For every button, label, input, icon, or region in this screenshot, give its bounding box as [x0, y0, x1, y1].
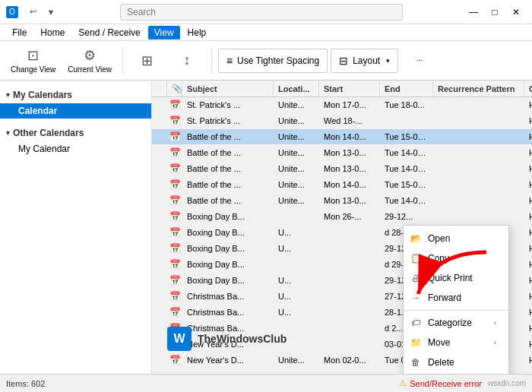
- calendar-item[interactable]: Calendar: [0, 103, 151, 119]
- table-row[interactable]: 📅 Battle of the ... Unite... Mon 13-0...…: [152, 145, 532, 161]
- td-check: [152, 342, 167, 346]
- minimize-button[interactable]: —: [464, 4, 483, 21]
- th-recurrence[interactable]: Recurrence Pattern: [433, 81, 524, 96]
- table-row[interactable]: 📅 Battle of the ... Unite... Mon 14-0...…: [152, 129, 532, 145]
- th-check[interactable]: [152, 81, 167, 96]
- menu-file[interactable]: File: [6, 26, 33, 40]
- layout-button[interactable]: ⊟ Layout ▾: [331, 49, 398, 73]
- arrangement-button[interactable]: ⊞: [129, 44, 166, 77]
- td-subject: Boxing Day B...: [182, 210, 274, 223]
- menu-send-receive[interactable]: Send / Receive: [72, 26, 146, 40]
- status-error: ⚠ Send/Receive error: [399, 378, 482, 388]
- td-categories: Holiday: [524, 337, 532, 351]
- menu-view[interactable]: View: [148, 26, 180, 40]
- watermark-logo: W: [167, 327, 192, 351]
- ctx-item-forward[interactable]: → Forward: [404, 288, 508, 308]
- watermark: W TheWindowsClub: [167, 327, 287, 351]
- td-subject: New Year's D...: [182, 353, 274, 367]
- td-subject: Battle of the ...: [182, 146, 274, 160]
- ctx-item-copy[interactable]: 📋 Copy: [404, 248, 508, 268]
- ribbon-separator-2: [211, 47, 212, 74]
- table-row[interactable]: 📅 Battle of the ... Unite... Mon 13-0...…: [152, 193, 532, 209]
- title-bar-left: O ↩ ▼: [6, 4, 59, 21]
- table-row[interactable]: 📅 Battle of the ... Unite... Mon 14-0...…: [152, 177, 532, 193]
- th-location[interactable]: Locati...: [274, 81, 319, 96]
- ctx-label-delete: Delete: [428, 357, 454, 368]
- ctx-item-categorize[interactable]: 🏷 Categorize ›: [404, 313, 508, 333]
- td-recurrence: [433, 150, 524, 155]
- ctx-item-open[interactable]: 📂 Open: [404, 229, 508, 248]
- my-calendars-section: ▾ My Calendars Calendar: [0, 84, 151, 122]
- qa-dropdown-button[interactable]: ▼: [43, 4, 59, 21]
- change-view-button[interactable]: ⊡ Change View: [6, 44, 60, 77]
- search-bar[interactable]: [120, 4, 403, 21]
- td-categories: Holiday: [524, 242, 532, 255]
- outlook-icon: O: [6, 6, 18, 18]
- td-location: Unite...: [274, 353, 319, 367]
- ctx-label-copy: Copy: [428, 253, 449, 264]
- ctx-item-quick print[interactable]: 🖨 Quick Print: [404, 268, 508, 288]
- td-end: Tue 14-07...: [380, 146, 433, 160]
- ctx-item-move[interactable]: 📁 Move ›: [404, 333, 508, 352]
- change-view-icon: ⊡: [27, 47, 39, 64]
- menu-help[interactable]: Help: [182, 26, 213, 40]
- td-location: Unite...: [274, 162, 319, 175]
- search-input[interactable]: [120, 4, 403, 21]
- th-end[interactable]: End: [380, 81, 433, 96]
- use-tighter-spacing-button[interactable]: ≡ Use Tighter Spacing: [218, 49, 328, 73]
- my-calendar-item[interactable]: My Calendar: [0, 141, 151, 156]
- td-subject: Battle of the ...: [182, 178, 274, 191]
- td-recurrence: [433, 214, 524, 219]
- td-start: Mon 14-0...: [319, 178, 380, 191]
- th-subject[interactable]: Subject: [182, 81, 274, 96]
- td-check: [152, 294, 167, 299]
- td-location: Unite...: [274, 130, 319, 144]
- td-subject: Christmas Ba...: [182, 305, 274, 319]
- td-subject: St. Patrick's ...: [182, 114, 274, 128]
- ctx-label-open: Open: [428, 233, 450, 244]
- sort-button[interactable]: ↕: [169, 44, 205, 77]
- use-tighter-spacing-label: Use Tighter Spacing: [237, 55, 319, 66]
- td-check: [152, 103, 167, 107]
- td-check: [152, 246, 167, 251]
- menu-home[interactable]: Home: [34, 26, 71, 40]
- td-subject: Boxing Day B...: [182, 226, 274, 239]
- td-recurrence: [433, 134, 524, 139]
- td-icon: 📅: [167, 129, 182, 144]
- status-bar: Items: 602 ⚠ Send/Receive error wsxdn.co…: [0, 374, 532, 392]
- td-categories: Holiday: [524, 321, 532, 335]
- calendar-label: Calendar: [18, 106, 57, 116]
- other-calendars-header[interactable]: ▾ Other Calendars: [0, 125, 151, 141]
- td-start: Mon 13-0...: [319, 162, 380, 175]
- other-calendars-label: Other Calendars: [13, 128, 84, 138]
- table-row[interactable]: 📅 St. Patrick's ... Unite... Wed 18-... …: [152, 113, 532, 129]
- th-categories[interactable]: Categories ▲: [524, 81, 532, 96]
- td-categories: Holiday: [524, 305, 532, 319]
- td-categories: Holiday: [524, 98, 532, 112]
- close-button[interactable]: ✕: [506, 4, 526, 21]
- my-calendars-header[interactable]: ▾ My Calendars: [0, 87, 151, 103]
- current-view-button[interactable]: ⚙ Current View: [63, 44, 116, 77]
- th-start[interactable]: Start: [319, 81, 380, 96]
- table-row[interactable]: 📅 Boxing Day B... Mon 26-... 29-12... Ho…: [152, 209, 532, 225]
- error-text: Send/Receive error: [410, 379, 482, 388]
- td-check: [152, 326, 167, 330]
- td-end: Tue 15-07...: [380, 130, 433, 144]
- td-categories: Holiday: [524, 258, 532, 271]
- td-start: Mon 26-...: [319, 210, 380, 223]
- td-start: [319, 246, 380, 251]
- th-attach[interactable]: 📎: [167, 81, 182, 96]
- more-icon: ···: [416, 56, 423, 65]
- other-calendars-chevron: ▾: [6, 129, 10, 137]
- table-row[interactable]: 📅 Battle of the ... Unite... Mon 13-0...…: [152, 161, 532, 177]
- undo-button[interactable]: ↩: [24, 4, 41, 21]
- td-end: Tue 18-0...: [380, 98, 433, 112]
- td-icon: 📅: [167, 209, 182, 224]
- ctx-item-delete[interactable]: 🗑 Delete: [404, 352, 508, 372]
- td-subject: Boxing Day B...: [182, 273, 274, 287]
- table-row[interactable]: 📅 St. Patrick's ... Unite... Mon 17-0...…: [152, 97, 532, 113]
- more-button[interactable]: ···: [401, 44, 438, 77]
- td-subject: Boxing Day B...: [182, 258, 274, 271]
- maximize-button[interactable]: □: [485, 4, 505, 21]
- td-check: [152, 278, 167, 283]
